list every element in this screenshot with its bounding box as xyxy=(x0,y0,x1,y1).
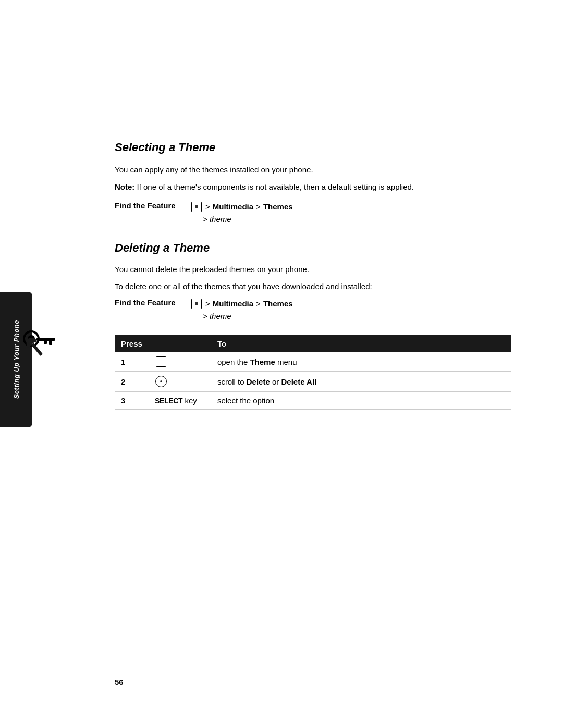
row2-to: scroll to Delete or Delete All xyxy=(211,372,511,392)
row3-to: select the option xyxy=(211,392,511,410)
table-row: 2 scroll to Delete or Delete All xyxy=(115,372,511,392)
row1-press: ≡ xyxy=(149,352,211,372)
row1-menu-icon: ≡ xyxy=(156,356,166,367)
row1-to: open the Theme menu xyxy=(211,352,511,372)
path-theme-2: > theme xyxy=(190,310,293,323)
find-feature-path-1: ≡ > Multimedia > Themes > theme xyxy=(190,201,293,226)
path-multimedia-1: Multimedia xyxy=(213,201,253,213)
col-press-header: Press xyxy=(115,335,149,352)
find-feature-row-1: Find the Feature ≡ > Multimedia > Themes… xyxy=(115,201,511,226)
table-row: 1 ≡ open the Theme menu xyxy=(115,352,511,372)
path-themes-1: Themes xyxy=(263,201,293,213)
wrench-icon xyxy=(17,323,58,365)
row2-press xyxy=(149,372,211,392)
col-empty-header xyxy=(149,335,211,352)
select-key-label: SELECT xyxy=(155,397,182,405)
row2-number: 2 xyxy=(115,372,149,392)
path-line-1: ≡ > Multimedia > Themes xyxy=(190,201,293,213)
nav-scroll-icon xyxy=(155,376,167,387)
section2-body2: To delete one or all of the themes that … xyxy=(115,280,511,292)
section2-body1: You cannot delete the preloaded themes o… xyxy=(115,263,511,275)
find-feature-label-2: Find the Feature xyxy=(115,298,190,307)
find-feature-path-2: ≡ > Multimedia > Themes > theme xyxy=(190,298,293,323)
main-content: Selecting a Theme You can apply any of t… xyxy=(115,141,511,410)
path-multimedia-2: Multimedia xyxy=(213,298,253,310)
note-label: Note: xyxy=(115,182,134,191)
row1-number: 1 xyxy=(115,352,149,372)
svg-rect-5 xyxy=(31,343,43,356)
note-body: If one of a theme's components is not av… xyxy=(134,182,414,191)
row3-press: SELECT key xyxy=(149,392,211,410)
section1-body1: You can apply any of the themes installe… xyxy=(115,164,511,176)
page-number: 56 xyxy=(115,677,124,686)
svg-rect-3 xyxy=(49,341,52,345)
svg-rect-2 xyxy=(36,338,55,341)
table-header-row: Press To xyxy=(115,335,511,352)
page-container: Setting Up Your Phone Selecting a Theme … xyxy=(0,0,563,728)
col-to-header: To xyxy=(211,335,511,352)
section2-title: Deleting a Theme xyxy=(115,241,511,255)
table-row: 3 SELECT key select the option xyxy=(115,392,511,410)
path-line-2: ≡ > Multimedia > Themes xyxy=(190,298,293,310)
menu-icon-1: ≡ xyxy=(191,202,202,212)
press-table: Press To 1 ≡ open the Theme menu xyxy=(115,335,511,410)
section1-note: Note: If one of a theme's components is … xyxy=(115,181,511,193)
path-theme-1: > theme xyxy=(190,213,293,226)
find-feature-row-2: Find the Feature ≡ > Multimedia > Themes… xyxy=(115,298,511,323)
path-themes-2: Themes xyxy=(263,298,293,310)
find-feature-label-1: Find the Feature xyxy=(115,201,190,210)
svg-rect-4 xyxy=(44,341,47,344)
row3-number: 3 xyxy=(115,392,149,410)
menu-icon-2: ≡ xyxy=(191,299,202,309)
section1-title: Selecting a Theme xyxy=(115,141,511,154)
